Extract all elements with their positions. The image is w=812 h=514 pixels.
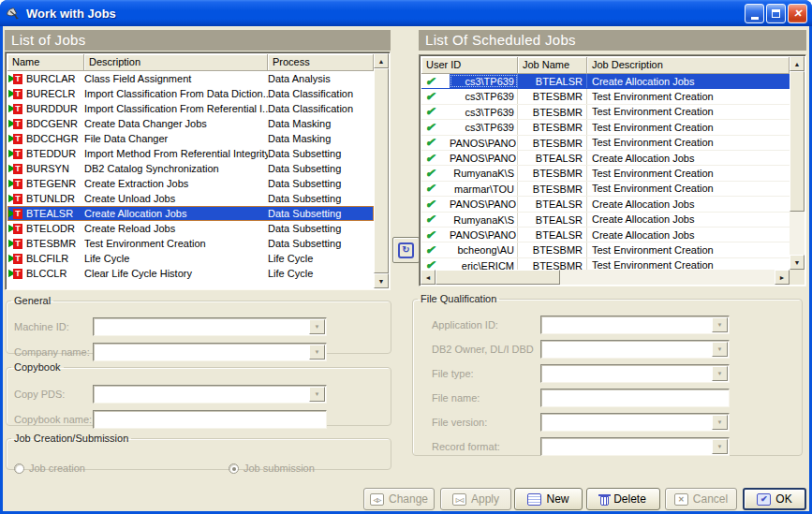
job-type-icon: T	[7, 193, 26, 205]
scroll-up-icon[interactable]: ▲	[374, 53, 389, 68]
scheduled-vertical-scrollbar[interactable]: ▲ ▼	[790, 56, 805, 270]
radio-label: Job creation	[29, 463, 85, 474]
maximize-button[interactable]	[766, 4, 786, 23]
dropdown-icon[interactable]: ▼	[712, 317, 728, 332]
column-header-job-name[interactable]: Job Name	[518, 57, 587, 74]
company-name-combo[interactable]: ▼	[93, 343, 327, 361]
job-row[interactable]: TBURSYNDB2 Catalog SynchronizationData S…	[7, 161, 374, 176]
scroll-up-icon[interactable]: ▲	[790, 56, 805, 71]
copybook-name-input[interactable]	[93, 410, 327, 429]
scheduled-job-row[interactable]: ✔marmar\TOUBTESBMRTest Environment Creat…	[421, 182, 790, 197]
scheduled-job-row[interactable]: ✔bcheong\AUBTESBMRTest Environment Creat…	[421, 242, 790, 257]
combo-value	[94, 318, 308, 335]
check-icon: ✔	[425, 228, 435, 242]
job-name-cell: BURCLAR	[26, 73, 84, 84]
combo-box[interactable]: ▼	[540, 413, 730, 432]
combo-box[interactable]: ▼	[540, 316, 730, 334]
job-row[interactable]: TBDCCHGRFile Data ChangerData Masking	[7, 131, 374, 146]
dropdown-icon[interactable]: ▼	[309, 319, 325, 334]
scheduled-job-row[interactable]: ✔PANOS\PANOBTEALSRCreate Allocation Jobs	[421, 151, 790, 166]
scroll-down-icon[interactable]: ▼	[374, 273, 389, 288]
check-icon-cell: ✔	[421, 151, 450, 165]
job-submission-radio[interactable]: Job submission	[229, 463, 315, 474]
scrollbar-thumb[interactable]	[374, 68, 389, 273]
column-header-name[interactable]: Name	[7, 54, 84, 71]
job-row[interactable]: TBTESBMRTest Environment CreationData Su…	[7, 236, 374, 251]
scroll-left-icon[interactable]: ◄	[421, 270, 436, 285]
job-row[interactable]: TBTEGENRCreate Extraction JobsData Subse…	[7, 176, 374, 191]
job-type-icon: T	[7, 238, 26, 250]
scheduled-job-row[interactable]: ✔PANOS\PANOBTEALSRCreate Allocation Jobs	[421, 228, 790, 242]
job-description-cell: File Data Changer	[84, 133, 268, 144]
minimize-icon	[751, 17, 759, 20]
column-header-description[interactable]: Description	[84, 54, 268, 71]
dropdown-icon[interactable]: ▼	[712, 366, 728, 381]
scheduled-job-row[interactable]: ✔cs3\TP639BTEALSRCreate Allocation Jobs	[421, 74, 790, 89]
job-row[interactable]: TBDCGENRCreate Data Changer JobsData Mas…	[7, 116, 374, 131]
ok-button[interactable]: ✔OK	[743, 488, 806, 510]
job-row[interactable]: TBTEDDURImport Method From Referential I…	[7, 146, 374, 161]
check-icon-cell: ✔	[421, 258, 450, 270]
apply-button[interactable]: ▷◁Apply	[440, 488, 511, 510]
scheduled-job-row[interactable]: ✔cs3\TP639BTESBMRTest Environment Creati…	[421, 105, 790, 120]
dropdown-icon[interactable]: ▼	[309, 387, 325, 402]
change-icon: ◁▷	[370, 493, 384, 506]
copybook-legend: Copybook	[11, 361, 64, 373]
job-row[interactable]: TBTUNLDRCreate Unload JobsData Subsettin…	[7, 191, 374, 206]
copybook-group: Copybook Copy PDS: ▼ Copybook name:	[6, 361, 391, 426]
job-row[interactable]: TBTEALSRCreate Allocation JobsData Subse…	[7, 206, 374, 221]
combo-box[interactable]: ▼	[540, 364, 730, 383]
schedule-job-button[interactable]: ↻	[392, 237, 420, 263]
scheduled-job-row[interactable]: ✔PANOS\PANOBTESBMRTest Environment Creat…	[421, 136, 790, 151]
scheduled-horizontal-scrollbar[interactable]: ◄ ►	[421, 270, 790, 285]
column-header-job-description[interactable]: Job Description	[587, 57, 790, 74]
machine-id-combo[interactable]: ▼	[93, 317, 327, 336]
scroll-right-icon[interactable]: ►	[775, 270, 790, 285]
delete-button[interactable]: Delete	[586, 488, 660, 510]
scheduled-job-row[interactable]: ✔cs3\TP639BTESBMRTest Environment Creati…	[421, 89, 790, 104]
job-creation-radio[interactable]: Job creation	[14, 463, 85, 474]
job-description-cell: Create Reload Jobs	[84, 223, 268, 234]
combo-box[interactable]: ▼	[540, 437, 730, 456]
combo-box[interactable]: ▼	[540, 340, 730, 359]
job-row[interactable]: TBTELODRCreate Reload JobsData Subsettin…	[7, 221, 374, 236]
job-description-cell: Test Environment Creation	[587, 244, 790, 256]
titlebar[interactable]: Work with Jobs ✕	[0, 0, 812, 26]
job-process-cell: Life Cycle	[268, 268, 374, 279]
scheduled-job-row[interactable]: ✔eric\ERICMBTESBMRTest Environment Creat…	[421, 258, 790, 270]
column-header-process[interactable]: Process	[268, 54, 374, 71]
scheduled-job-row[interactable]: ✔cs3\TP639BTESBMRTest Environment Creati…	[421, 120, 790, 135]
job-name-cell: BURSYN	[26, 163, 84, 174]
job-process-cell: Data Subsetting	[268, 223, 374, 234]
scroll-down-icon[interactable]: ▼	[790, 255, 805, 270]
job-row[interactable]: TBLCFILRLife CycleLife Cycle	[7, 251, 374, 266]
field-row: Record format:▼	[432, 437, 802, 456]
scheduled-job-row[interactable]: ✔PANOS\PANOBTEALSRCreate Allocation Jobs	[421, 197, 790, 212]
job-row[interactable]: TBLCCLRClear Life Cycle HistoryLife Cycl…	[7, 266, 374, 281]
scrollbar-thumb[interactable]	[790, 71, 805, 212]
change-button[interactable]: ◁▷Change	[363, 488, 435, 510]
copy-pds-row: Copy PDS: ▼	[7, 385, 391, 404]
cancel-button[interactable]: ✕Cancel	[665, 488, 737, 510]
scheduled-job-row[interactable]: ✔RumyanaK\SBTEALSRCreate Allocation Jobs	[421, 213, 790, 228]
minimize-button[interactable]	[745, 4, 764, 23]
scrollbar-thumb[interactable]	[436, 270, 560, 285]
job-name-cell: BTEGENR	[26, 178, 84, 189]
new-button[interactable]: New	[514, 488, 583, 510]
job-row[interactable]: TBURDDURImport Classification From Refer…	[7, 101, 374, 116]
job-description-cell: Test Environment Creation	[587, 183, 790, 194]
scheduled-job-row[interactable]: ✔RumyanaK\SBTESBMRTest Environment Creat…	[421, 166, 790, 181]
copy-pds-combo[interactable]: ▼	[93, 385, 327, 404]
job-t-badge: T	[13, 179, 22, 189]
dropdown-icon[interactable]: ▼	[712, 415, 728, 430]
job-row[interactable]: TBURECLRImport Classification From Data …	[7, 86, 374, 101]
dropdown-icon[interactable]: ▼	[712, 439, 728, 454]
close-button[interactable]: ✕	[788, 4, 807, 23]
dropdown-icon[interactable]: ▼	[712, 342, 728, 357]
job-description-cell: Create Unload Jobs	[84, 193, 268, 204]
dropdown-icon[interactable]: ▼	[309, 345, 325, 360]
text-input[interactable]	[540, 389, 730, 407]
jobs-vertical-scrollbar[interactable]: ▲ ▼	[374, 53, 389, 288]
job-row[interactable]: TBURCLARClass Field AssignmentData Analy…	[7, 71, 374, 86]
column-header-user-id[interactable]: User ID	[421, 57, 518, 74]
